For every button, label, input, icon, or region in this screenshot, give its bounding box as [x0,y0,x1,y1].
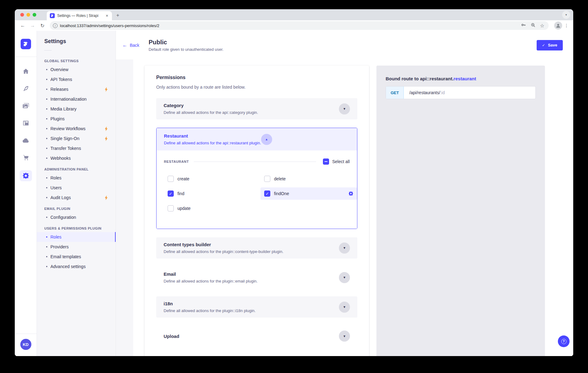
chevron-down-icon[interactable]: ▼ [339,302,350,313]
sidebar-item-releases[interactable]: Releases [37,84,116,94]
browser-reload-button[interactable]: ↻ [38,21,47,30]
content-scroll-area: Permissions Only actions bound by a rout… [133,59,573,356]
chevron-down-icon[interactable]: ▼ [339,331,350,342]
chevron-down-icon[interactable]: ▼ [339,103,350,114]
settings-gear-icon[interactable] [348,191,353,196]
accordion-restaurant-expanded: Restaurant Define all allowed actions fo… [156,128,357,229]
create-checkbox[interactable] [168,176,174,182]
delete-checkbox[interactable] [264,176,270,182]
browser-forward-button[interactable]: → [28,21,37,30]
profile-icon[interactable] [554,22,562,30]
tab-search-chevron-icon[interactable]: ▼ [562,11,570,19]
find-checkbox[interactable]: ✓ [168,191,174,197]
select-all-checkbox[interactable] [323,158,329,165]
sidebar-item-internationalization[interactable]: Internationalization [37,94,116,104]
chevron-down-icon[interactable]: ▼ [339,272,350,283]
sidebar-item-review-workflows[interactable]: Review Workflows [37,124,116,134]
help-button[interactable]: ? [558,335,570,347]
strapi-logo[interactable] [21,39,31,49]
permission-delete[interactable]: delete [260,173,357,185]
select-all-label: Select all [332,159,350,164]
sidebar-item-users[interactable]: Users [37,183,116,193]
address-bar[interactable]: i localhost:1337/admin/settings/users-pe… [50,21,549,30]
permission-find[interactable]: ✓ find [164,187,260,200]
menu-kebab-icon[interactable]: ⋮ [563,23,570,28]
permission-create[interactable]: create [164,173,260,185]
check-icon: ✓ [542,43,545,47]
route-path: /api/restaurants/:id [404,86,535,99]
permissions-subtitle: Only actions bound by a route are listed… [156,85,357,90]
zoom-icon[interactable] [530,22,536,29]
password-key-icon[interactable] [521,22,526,29]
sidebar-item-overview[interactable]: Overview [37,65,116,74]
section-email-plugin: EMAIL PLUGIN [37,203,116,212]
settings-gear-icon[interactable] [20,170,32,181]
sidebar-item-configuration[interactable]: Configuration [37,212,116,222]
permissions-card: Permissions Only actions bound by a rout… [145,66,369,356]
section-global-settings: GLOBAL SETTINGS [37,55,116,65]
sidebar-item-audit-logs[interactable]: Audit Logs [37,193,116,203]
sidebar-item-advanced-settings[interactable]: Advanced settings [37,262,116,271]
home-icon[interactable] [20,67,32,76]
accordion-i18n[interactable]: i18n Define all allowed actions for the … [156,296,357,318]
group-label: RESTAURANT [164,160,189,163]
tab-close-icon[interactable]: × [105,13,109,18]
window-controls [20,13,36,17]
http-method-badge: GET [386,86,404,99]
deploy-cloud-icon[interactable] [20,136,32,145]
bound-route-title: Bound route to api::restaurant.restauran… [386,76,536,81]
url-text: localhost:1337/admin/settings/users-perm… [60,23,518,28]
section-users-permissions-plugin: USERS & PERMISSIONS PLUGIN [37,222,116,232]
chevron-up-icon[interactable]: ▲ [261,134,272,145]
sidebar-item-up-roles[interactable]: Roles [37,232,116,242]
update-checkbox[interactable] [168,205,174,211]
tab-title: Settings — Roles | Strapi [57,14,103,18]
site-info-icon[interactable]: i [53,23,58,28]
findone-checkbox[interactable]: ✓ [264,191,270,197]
media-library-icon[interactable] [20,101,32,110]
fullscreen-window-button[interactable] [33,13,36,17]
lightning-icon [104,136,108,141]
accordion-category[interactable]: Category Define all allowed actions for … [156,98,357,119]
divider [44,50,52,50]
sidebar-item-providers[interactable]: Providers [37,242,116,252]
sidebar-item-api-tokens[interactable]: API Tokens [37,74,116,84]
accordion-upload[interactable]: Upload ▼ [156,326,357,346]
browser-back-button[interactable]: ← [18,21,27,30]
sidebar-item-email-templates[interactable]: Email templates [37,252,116,262]
content-gutter [116,59,133,356]
browser-window: Settings — Roles | Strapi × + ▼ ← → ↻ i … [15,9,573,356]
page-title: Public [149,39,224,46]
permission-findone[interactable]: ✓ findOne [260,187,357,200]
sidebar-item-admin-roles[interactable]: Roles [37,173,116,183]
content-type-builder-icon[interactable] [20,118,32,128]
content-manager-feather-icon[interactable] [20,84,32,93]
new-tab-button[interactable]: + [116,12,119,18]
chevron-down-icon[interactable]: ▼ [339,243,350,254]
user-avatar[interactable]: KD [20,339,31,350]
save-button[interactable]: ✓ Save [537,40,563,50]
sidebar-item-transfer-tokens[interactable]: Transfer Tokens [37,143,116,153]
back-arrow-icon: ← [122,42,127,48]
question-mark-icon: ? [561,339,566,344]
bookmark-star-icon[interactable]: ☆ [540,23,544,29]
accordion-content-types-builder[interactable]: Content types builder Define all allowed… [156,237,357,259]
lightning-icon [104,87,108,92]
accordion-restaurant-header[interactable]: Restaurant Define all allowed actions fo… [157,128,357,150]
sidebar-item-media-library[interactable]: Media Library [37,104,116,114]
section-administration-panel: ADMINISTRATION PANEL [37,163,116,173]
lightning-icon [104,126,108,131]
minimize-window-button[interactable] [26,13,30,17]
route-display[interactable]: GET /api/restaurants/:id [386,86,536,99]
sidebar-item-single-sign-on[interactable]: Single Sign-On [37,134,116,143]
permission-update[interactable]: update [164,202,260,215]
marketplace-cart-icon[interactable] [20,153,32,162]
browser-tab[interactable]: Settings — Roles | Strapi × [47,11,112,20]
sidebar-item-webhooks[interactable]: Webhooks [37,153,116,163]
back-link[interactable]: ← Back [122,42,139,48]
restaurant-permissions-body: RESTAURANT Select all create [157,150,357,229]
close-window-button[interactable] [20,13,24,17]
sidebar-item-plugins[interactable]: Plugins [37,114,116,124]
tab-strip: Settings — Roles | Strapi × + ▼ [15,9,573,20]
accordion-email[interactable]: Email Define all allowed actions for the… [156,267,357,288]
